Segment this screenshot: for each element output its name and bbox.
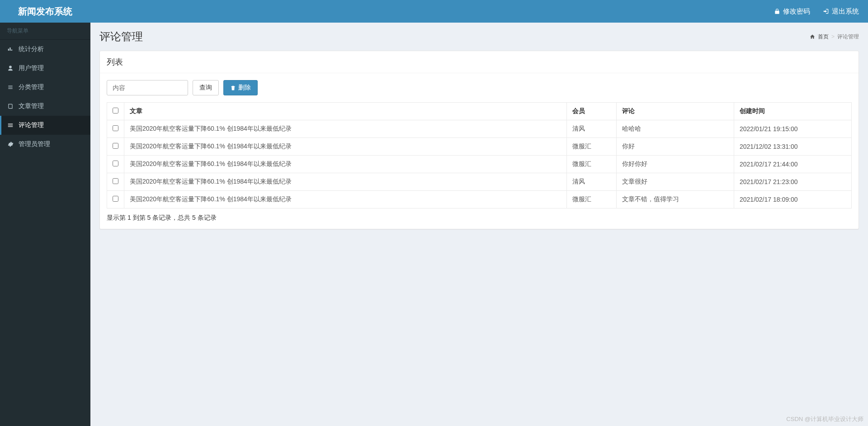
cell-created: 2021/02/17 18:09:00 [734, 191, 852, 208]
col-article: 文章 [124, 103, 567, 120]
sidebar-item-label: 文章管理 [19, 102, 44, 110]
cell-comment: 你好 [617, 138, 734, 156]
cell-member: 微服汇 [567, 191, 617, 208]
change-password-link[interactable]: 修改密码 [774, 7, 810, 16]
cell-comment: 哈哈哈 [617, 120, 734, 138]
cell-article: 美国2020年航空客运量下降60.1% 创1984年以来最低纪录 [124, 138, 567, 156]
panel: 列表 查询 删除 [99, 51, 859, 229]
breadcrumb-home[interactable]: 首页 [818, 33, 829, 41]
cell-created: 2021/02/17 21:44:00 [734, 156, 852, 173]
table-row: 美国2020年航空客运量下降60.1% 创1984年以来最低纪录微服汇你好202… [107, 138, 852, 156]
sidebar-item-label: 用户管理 [19, 64, 44, 72]
sign-out-icon [823, 8, 829, 14]
cell-comment: 文章很好 [617, 173, 734, 191]
panel-body: 查询 删除 文章 [100, 73, 859, 229]
row-check-cell [107, 173, 124, 191]
table-row: 美国2020年航空客运量下降60.1% 创1984年以来最低纪录清风哈哈哈202… [107, 120, 852, 138]
row-checkbox[interactable] [113, 161, 118, 166]
logout-label: 退出系统 [832, 7, 859, 16]
col-created: 创建时间 [734, 103, 852, 120]
table-row: 美国2020年航空客运量下降60.1% 创1984年以来最低纪录微服汇文章不错，… [107, 191, 852, 208]
row-check-cell [107, 156, 124, 173]
list-icon [7, 84, 14, 90]
cell-created: 2021/02/17 21:23:00 [734, 173, 852, 191]
cell-created: 2021/12/02 13:31:00 [734, 138, 852, 156]
trash-icon [230, 85, 236, 91]
cell-member: 微服汇 [567, 156, 617, 173]
row-checkbox[interactable] [113, 178, 118, 184]
sidebar: 导航菜单 统计分析 用户管理 分类管理 文章管理 [0, 23, 90, 426]
sidebar-item-categories[interactable]: 分类管理 [0, 78, 90, 97]
topbar: 新闻发布系统 修改密码 退出系统 [0, 0, 868, 23]
delete-button-label: 删除 [238, 84, 251, 92]
sidebar-header: 导航菜单 [0, 23, 90, 40]
search-input[interactable] [107, 80, 188, 95]
change-password-label: 修改密码 [783, 7, 810, 16]
sidebar-item-admins[interactable]: 管理员管理 [0, 135, 90, 154]
panel-header: 列表 [100, 51, 859, 73]
breadcrumb: 首页 > 评论管理 [810, 33, 859, 41]
sidebar-item-users[interactable]: 用户管理 [0, 59, 90, 78]
row-check-cell [107, 120, 124, 138]
select-all-checkbox[interactable] [113, 108, 118, 114]
cell-member: 微服汇 [567, 138, 617, 156]
cell-comment: 你好你好 [617, 156, 734, 173]
col-member: 会员 [567, 103, 617, 120]
cell-article: 美国2020年航空客运量下降60.1% 创1984年以来最低纪录 [124, 156, 567, 173]
sidebar-item-label: 管理员管理 [19, 140, 50, 148]
topbar-right: 修改密码 退出系统 [774, 7, 868, 16]
user-icon [7, 65, 14, 71]
breadcrumb-separator: > [831, 33, 835, 40]
content: 评论管理 首页 > 评论管理 列表 查询 [90, 23, 868, 426]
cell-created: 2022/01/21 19:15:00 [734, 120, 852, 138]
lock-icon [774, 8, 780, 14]
cell-article: 美国2020年航空客运量下降60.1% 创1984年以来最低纪录 [124, 173, 567, 191]
cell-comment: 文章不错，值得学习 [617, 191, 734, 208]
select-all-header [107, 103, 124, 120]
cell-member: 清风 [567, 173, 617, 191]
brand-title: 新闻发布系统 [0, 0, 90, 23]
sidebar-item-label: 评论管理 [19, 121, 44, 129]
sidebar-item-label: 分类管理 [19, 83, 44, 91]
watermark: CSDN @计算机毕业设计大师 [786, 415, 863, 423]
cell-article: 美国2020年航空客运量下降60.1% 创1984年以来最低纪录 [124, 191, 567, 208]
content-header: 评论管理 首页 > 评论管理 [99, 29, 859, 44]
row-checkbox[interactable] [113, 125, 118, 131]
sidebar-item-label: 统计分析 [19, 45, 44, 53]
table-header-row: 文章 会员 评论 创建时间 [107, 103, 852, 120]
table-row: 美国2020年航空客运量下降60.1% 创1984年以来最低纪录微服汇你好你好2… [107, 156, 852, 173]
bar-chart-icon [7, 46, 14, 52]
data-table: 文章 会员 评论 创建时间 美国2020年航空客运量下降60.1% 创1984年… [107, 102, 852, 208]
row-check-cell [107, 138, 124, 156]
table-row: 美国2020年航空客运量下降60.1% 创1984年以来最低纪录清风文章很好20… [107, 173, 852, 191]
menu-icon [7, 122, 14, 128]
row-checkbox[interactable] [113, 196, 118, 202]
book-icon [7, 103, 14, 109]
sidebar-item-articles[interactable]: 文章管理 [0, 97, 90, 116]
row-check-cell [107, 191, 124, 208]
cell-article: 美国2020年航空客运量下降60.1% 创1984年以来最低纪录 [124, 120, 567, 138]
page-title: 评论管理 [99, 29, 143, 44]
sidebar-item-statistics[interactable]: 统计分析 [0, 40, 90, 59]
search-button[interactable]: 查询 [193, 80, 219, 95]
delete-button[interactable]: 删除 [223, 80, 258, 95]
cell-member: 清风 [567, 120, 617, 138]
gear-icon [7, 141, 14, 147]
row-checkbox[interactable] [113, 143, 118, 149]
sidebar-item-comments[interactable]: 评论管理 [0, 116, 90, 135]
logout-link[interactable]: 退出系统 [823, 7, 859, 16]
table-info: 显示第 1 到第 5 条记录，总共 5 条记录 [107, 214, 852, 222]
toolbar: 查询 删除 [107, 80, 852, 95]
home-icon [810, 34, 815, 39]
breadcrumb-current: 评论管理 [837, 33, 859, 41]
col-comment: 评论 [617, 103, 734, 120]
